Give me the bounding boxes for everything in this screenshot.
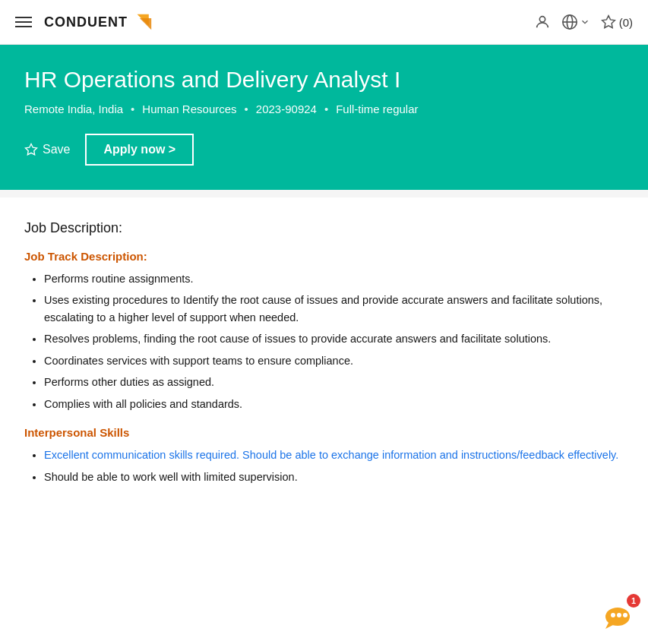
list-item: Uses existing procedures to Identify the… bbox=[44, 292, 624, 326]
job-content: Job Description: Job Track Description: … bbox=[0, 197, 648, 522]
language-selector[interactable] bbox=[561, 14, 590, 30]
svg-marker-7 bbox=[602, 16, 615, 28]
hero-banner: HR Operations and Delivery Analyst I Rem… bbox=[0, 45, 648, 190]
list-item: Performs other duties as assigned. bbox=[44, 374, 624, 390]
interpersonal-item-1: Excellent communication skills required.… bbox=[44, 449, 618, 461]
svg-marker-8 bbox=[26, 144, 37, 155]
interpersonal-list: Excellent communication skills required.… bbox=[24, 447, 624, 485]
site-header: CONDUENT bbox=[0, 0, 648, 45]
job-department: Human Resources bbox=[142, 103, 236, 115]
hero-actions: Save Apply now > bbox=[24, 134, 624, 166]
svg-point-14 bbox=[623, 613, 627, 617]
notification-badge[interactable]: 1 bbox=[598, 594, 640, 636]
header-right: (0) bbox=[534, 14, 633, 30]
meta-dot-1: • bbox=[131, 103, 134, 115]
logo-icon bbox=[131, 9, 156, 35]
section-divider bbox=[0, 190, 648, 197]
job-location: Remote India, India bbox=[24, 103, 123, 115]
apply-label: Apply now > bbox=[103, 143, 175, 156]
interpersonal-heading: Interpersonal Skills bbox=[24, 426, 624, 439]
saved-count: (0) bbox=[619, 16, 633, 29]
list-item: Complies with all policies and standards… bbox=[44, 396, 624, 412]
job-track-heading: Job Track Description: bbox=[24, 250, 624, 263]
save-label: Save bbox=[43, 143, 70, 156]
badge-count: 1 bbox=[627, 594, 640, 608]
user-icon[interactable] bbox=[534, 14, 551, 30]
svg-point-12 bbox=[611, 613, 615, 617]
hamburger-menu[interactable] bbox=[15, 17, 32, 27]
header-left: CONDUENT bbox=[15, 9, 156, 35]
apply-button[interactable]: Apply now > bbox=[85, 134, 194, 166]
job-title: HR Operations and Delivery Analyst I bbox=[24, 66, 624, 93]
list-item: Coordinates services with support teams … bbox=[44, 352, 624, 369]
meta-dot-3: • bbox=[324, 103, 328, 115]
job-type: Full-time regular bbox=[336, 103, 418, 115]
list-item: Performs routine assignments. bbox=[44, 270, 624, 287]
saved-jobs[interactable]: (0) bbox=[601, 14, 633, 30]
job-track-list: Performs routine assignments. Uses exist… bbox=[24, 270, 624, 412]
list-item: Should be able to work well with limited… bbox=[44, 469, 624, 485]
job-meta: Remote India, India • Human Resources • … bbox=[24, 103, 624, 115]
logo[interactable]: CONDUENT bbox=[44, 9, 156, 35]
list-item: Excellent communication skills required.… bbox=[44, 447, 624, 463]
svg-point-3 bbox=[539, 17, 545, 22]
svg-point-13 bbox=[617, 613, 621, 617]
job-description-heading: Job Description: bbox=[24, 220, 624, 236]
job-id: 2023-90924 bbox=[256, 103, 317, 115]
logo-text: CONDUENT bbox=[44, 14, 128, 30]
save-button[interactable]: Save bbox=[24, 143, 70, 156]
list-item: Resolves problems, finding the root caus… bbox=[44, 330, 624, 347]
meta-dot-2: • bbox=[245, 103, 248, 115]
